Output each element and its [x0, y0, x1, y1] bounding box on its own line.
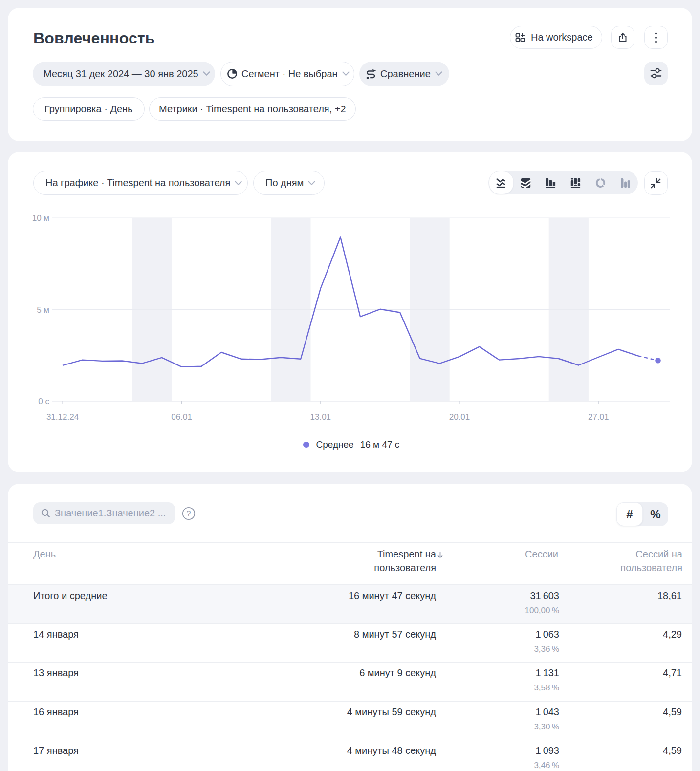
svg-text:31.12.24: 31.12.24 [46, 412, 79, 422]
svg-text:20.01: 20.01 [449, 412, 470, 422]
svg-text:?: ? [187, 510, 191, 518]
svg-text:27.01: 27.01 [588, 412, 609, 422]
svg-text:13.01: 13.01 [310, 412, 331, 422]
svg-text:0 с: 0 с [38, 397, 49, 406]
svg-text:10 м: 10 м [32, 214, 49, 223]
svg-text:06.01: 06.01 [171, 412, 192, 422]
svg-text:5 м: 5 м [37, 305, 49, 315]
